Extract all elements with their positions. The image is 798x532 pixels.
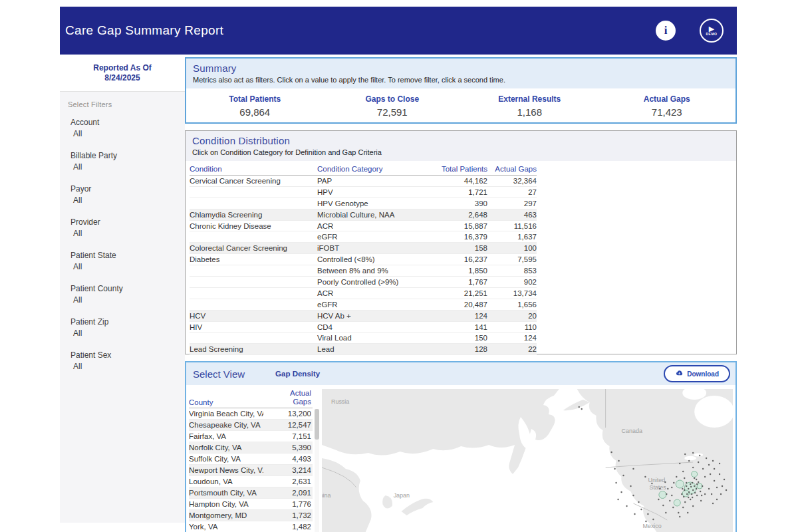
gap-density-dot[interactable] [688, 460, 690, 462]
condition-row[interactable]: Viral Load150124 [190, 332, 537, 344]
gap-density-dot[interactable] [702, 485, 703, 487]
gap-density-dot[interactable] [662, 505, 664, 506]
gap-density-dot[interactable] [682, 488, 683, 489]
gap-density-dot[interactable] [712, 460, 714, 462]
gap-density-dot[interactable] [581, 408, 583, 410]
gap-density-dot[interactable] [645, 521, 646, 522]
county-row[interactable]: Hampton City, VA1,776 [189, 499, 313, 510]
gap-density-dot[interactable] [658, 499, 659, 500]
condition-row[interactable]: Chronic Kidney DiseaseACR15,88711,516 [190, 221, 537, 232]
filter-patient-county[interactable]: Patient CountyAll [70, 284, 185, 305]
county-row[interactable]: Fairfax, VA7,151 [189, 431, 313, 442]
county-scrollbar-thumb[interactable] [315, 409, 319, 440]
gap-density-dot[interactable] [632, 468, 634, 469]
county-row[interactable]: Loudoun, VA2,631 [189, 476, 313, 487]
cell-category[interactable]: Between 8% and 9% [317, 265, 429, 276]
county-row[interactable]: Newport News City, V..3,214 [189, 465, 313, 476]
gap-density-dot[interactable] [702, 468, 704, 469]
gap-density-dot[interactable] [634, 513, 635, 515]
gap-density-dot[interactable] [692, 497, 693, 498]
gap-density-cluster[interactable] [682, 490, 689, 497]
gap-density-dot[interactable] [632, 495, 634, 496]
metric-actual-gaps[interactable]: Actual Gaps71,423 [598, 94, 736, 118]
gap-density-map[interactable]: RussiaCanadaUnitedStatesJapanChinaMexico [322, 389, 733, 532]
condition-row[interactable]: eGFR16,3791,637 [190, 231, 537, 243]
cell-category[interactable]: Microbial Culture, NAA [317, 209, 429, 220]
gap-density-dot[interactable] [667, 488, 668, 489]
cell-category[interactable]: eGFR [317, 299, 429, 310]
gap-density-dot[interactable] [630, 485, 631, 487]
gap-density-dot[interactable] [692, 467, 694, 468]
gap-density-dot[interactable] [692, 482, 693, 483]
gap-density-dot[interactable] [716, 499, 718, 500]
gap-density-cluster[interactable] [659, 491, 666, 499]
gap-density-dot[interactable] [679, 463, 680, 464]
gap-density-dot[interactable] [712, 503, 714, 504]
gap-density-dot[interactable] [694, 477, 695, 479]
condition-row[interactable]: Cervical Cancer ScreeningPAP44,16232,364 [190, 176, 537, 187]
cell-category[interactable]: PAP [317, 176, 429, 186]
gap-density-dot[interactable] [692, 489, 694, 491]
gap-density-dot[interactable] [665, 512, 666, 513]
gap-density-dot[interactable] [678, 512, 679, 513]
county-scrollbar[interactable] [315, 409, 319, 532]
condition-row[interactable]: Poorly Controlled (>9%)1,767902 [190, 277, 537, 288]
filter-payor[interactable]: PayorAll [70, 184, 185, 205]
condition-row[interactable]: Colorectal Cancer ScreeningiFOBT158100 [190, 243, 537, 254]
gap-density-dot[interactable] [684, 477, 685, 479]
gap-density-dot[interactable] [647, 513, 648, 515]
condition-row[interactable]: eGFR20,4871,656 [190, 299, 537, 311]
filter-patient-sex[interactable]: Patient SexAll [70, 350, 185, 371]
cell-category[interactable]: ACR [317, 221, 429, 231]
gap-density-cluster[interactable] [676, 480, 684, 488]
county-row[interactable]: York, VA1,482 [189, 521, 313, 532]
cell-category[interactable]: Viral Load [317, 332, 429, 343]
county-row[interactable]: Chesapeake City, VA12,547 [189, 420, 313, 431]
gap-density-dot[interactable] [706, 458, 707, 459]
gap-density-dot[interactable] [711, 493, 712, 495]
metric-total-patients[interactable]: Total Patients69,864 [186, 94, 324, 118]
gap-density-dot[interactable] [700, 491, 701, 492]
gap-density-dot[interactable] [673, 482, 674, 483]
view-selector[interactable]: Gap Density [275, 370, 320, 378]
gap-density-dot[interactable] [690, 483, 691, 485]
gap-density-dot[interactable] [686, 485, 687, 487]
gap-density-dot[interactable] [694, 485, 695, 487]
gap-density-dot[interactable] [684, 489, 685, 491]
gap-density-dot[interactable] [664, 481, 666, 483]
gap-density-cluster[interactable] [674, 499, 680, 506]
gap-density-dot[interactable] [696, 488, 697, 489]
gap-density-dot[interactable] [579, 406, 580, 408]
gap-density-dot[interactable] [704, 493, 706, 495]
county-row[interactable]: Virginia Beach City, VA13,200 [189, 408, 313, 420]
gap-density-dot[interactable] [686, 493, 688, 495]
condition-row[interactable]: HPV Genotype390297 [190, 198, 537, 209]
cell-category[interactable]: eGFR [317, 231, 429, 242]
condition-row[interactable]: Between 8% and 9%1,850853 [190, 265, 537, 277]
gap-density-dot[interactable] [688, 497, 689, 498]
gap-density-dot[interactable] [687, 512, 688, 513]
condition-row[interactable]: ACR21,25113,734 [190, 288, 537, 299]
gap-density-dot[interactable] [614, 468, 615, 469]
gap-density-dot[interactable] [671, 495, 672, 496]
download-button[interactable]: Download [664, 365, 730, 382]
filter-billable-party[interactable]: Billable PartyAll [70, 151, 185, 172]
gap-density-dot[interactable] [679, 516, 680, 517]
gap-density-dot[interactable] [676, 476, 677, 477]
gap-density-dot[interactable] [610, 452, 612, 453]
metric-external-results[interactable]: External Results1,168 [461, 94, 598, 118]
gap-density-dot[interactable] [682, 471, 684, 472]
cell-category[interactable]: HPV [317, 187, 429, 198]
gap-density-dot[interactable] [684, 501, 686, 503]
filter-patient-state[interactable]: Patient StateAll [70, 251, 185, 271]
cell-category[interactable]: CD4 [317, 322, 429, 332]
gap-density-dot[interactable] [617, 499, 618, 500]
cell-category[interactable]: Poorly Controlled (>9%) [317, 277, 429, 287]
filter-patient-zip[interactable]: Patient ZipAll [70, 317, 185, 338]
gap-density-dot[interactable] [719, 463, 720, 464]
condition-row[interactable]: HPV1,72127 [190, 187, 537, 198]
gap-density-dot[interactable] [682, 507, 684, 508]
gap-density-dot[interactable] [672, 507, 674, 508]
gap-density-dot[interactable] [638, 501, 639, 503]
gap-density-dot[interactable] [724, 479, 725, 480]
